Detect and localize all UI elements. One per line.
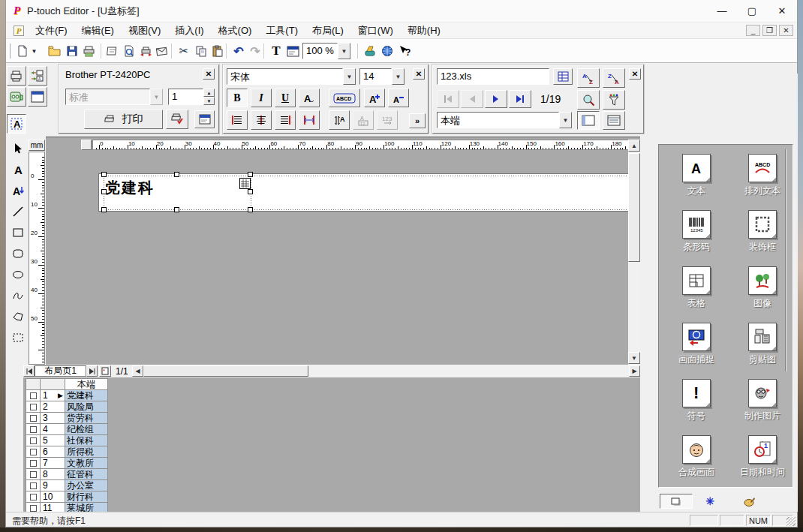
db-toolbar-close-icon[interactable]: ✕ — [629, 68, 641, 80]
tab-layout-page[interactable]: 布局页1 — [35, 365, 86, 377]
text-tool-button[interactable]: T — [267, 42, 285, 60]
font-toolbar-close-icon[interactable]: ✕ — [413, 68, 425, 80]
print-transfer-button[interactable] — [137, 42, 155, 60]
form-view-button[interactable] — [577, 111, 600, 130]
size-dropdown-arrow[interactable]: ▼ — [392, 68, 405, 85]
menu-item-1[interactable]: 编辑(E) — [77, 23, 119, 39]
align-left-button[interactable] — [227, 110, 248, 130]
mdi-restore-button[interactable]: ❐ — [762, 25, 777, 36]
next-record-button[interactable] — [485, 90, 507, 108]
copy-button[interactable] — [192, 42, 210, 60]
row-checkbox[interactable] — [30, 460, 37, 467]
font-size-combo[interactable]: 14▼ — [359, 68, 405, 85]
row-select-cell[interactable] — [26, 413, 41, 424]
menu-item-8[interactable]: 帮助(H) — [402, 23, 446, 39]
vscroll-up-arrow[interactable]: ▲ — [628, 140, 640, 152]
select-tool-button[interactable] — [8, 138, 28, 158]
table-view-button[interactable] — [603, 111, 625, 130]
window-layout-button[interactable] — [28, 87, 47, 107]
tab-scroll-left-icon[interactable] — [23, 365, 35, 377]
row-checkbox[interactable] — [30, 494, 37, 500]
row-value-cell[interactable]: 社保科 — [65, 435, 108, 446]
new-page-button[interactable]: * — [99, 365, 111, 377]
row-value-cell[interactable]: 党建科 — [65, 390, 108, 401]
dock-tab-draw[interactable] — [741, 494, 757, 509]
row-checkbox[interactable] — [30, 415, 37, 422]
mdi-minimize-button[interactable]: _ — [746, 25, 760, 36]
object-item-screen-capture[interactable]: 画面捕捉 — [668, 323, 725, 366]
row-value-cell[interactable]: 莱城所 — [65, 503, 108, 512]
row-checkbox[interactable] — [30, 404, 37, 410]
table-row[interactable]: 5社保科 — [26, 435, 108, 446]
layout-print-button[interactable] — [104, 42, 122, 60]
canvas-vscrollbar[interactable]: ▲ ▼ — [628, 140, 640, 365]
selection-handle[interactable] — [174, 172, 179, 177]
object-item-text[interactable]: A文本 — [668, 154, 725, 197]
rounded-rect-tool-button[interactable] — [8, 243, 28, 263]
object-item-arc-text[interactable]: ABCD排列文本 — [734, 154, 791, 197]
web-button[interactable] — [378, 42, 396, 60]
copies-down-arrow[interactable]: ▼ — [203, 97, 215, 105]
table-row[interactable]: 2风险局 — [26, 401, 108, 413]
row-checkbox[interactable] — [30, 437, 37, 444]
row-checkbox[interactable] — [30, 482, 37, 489]
row-value-cell[interactable]: 财行科 — [65, 491, 108, 503]
table-row[interactable]: 3货劳科 — [26, 413, 108, 424]
object-item-datetime[interactable]: 1日期和时间 — [734, 435, 791, 479]
menu-item-3[interactable]: 插入(I) — [170, 23, 209, 39]
selection-handle[interactable] — [248, 189, 253, 194]
transfer-button[interactable] — [361, 42, 379, 60]
font-combo[interactable]: 宋体▼ — [227, 68, 356, 85]
ellipse-tool-button[interactable] — [8, 264, 28, 284]
filter-button[interactable] — [603, 90, 625, 110]
canvas-hscrollbar[interactable]: ◀ ▶ — [132, 365, 640, 377]
hscroll-left-arrow[interactable]: ◀ — [132, 365, 143, 377]
selection-handle[interactable] — [248, 207, 253, 212]
print-options-button[interactable] — [166, 110, 188, 129]
copies-up-arrow[interactable]: ▲ — [203, 89, 215, 97]
row-select-cell[interactable] — [26, 424, 41, 435]
tape-strip[interactable] — [98, 173, 640, 212]
more-buttons-chevron[interactable]: » — [409, 113, 426, 128]
object-item-composite[interactable]: 合成画面 — [668, 435, 725, 479]
table-row[interactable]: 6所得税 — [26, 446, 108, 458]
merge-fields-button[interactable]: A — [28, 66, 47, 86]
row-value-cell[interactable]: 纪检组 — [65, 424, 108, 435]
table-row[interactable]: 1▶党建科 — [26, 390, 108, 401]
align-center-button[interactable] — [251, 110, 272, 130]
row-checkbox[interactable] — [30, 426, 37, 433]
row-select-cell[interactable] — [26, 480, 41, 491]
row-value-cell[interactable]: 货劳科 — [65, 413, 108, 424]
open-file-button[interactable] — [45, 42, 63, 60]
hscroll-thumb[interactable] — [143, 365, 308, 377]
text-box-tool-button[interactable]: A — [7, 114, 26, 134]
print-label-button[interactable] — [80, 42, 98, 60]
row-select-cell[interactable] — [26, 446, 41, 458]
text-frame-button[interactable]: ABCD — [329, 89, 360, 107]
line-tool-button[interactable] — [8, 201, 28, 221]
row-checkbox[interactable] — [30, 449, 37, 455]
table-row[interactable]: 8征管科 — [26, 469, 108, 480]
dock-tab-effects[interactable]: ✳ — [702, 494, 718, 509]
table-row[interactable]: 7文教所 — [26, 458, 108, 469]
selection-handle[interactable] — [174, 207, 179, 212]
print-preview-button[interactable] — [120, 42, 138, 60]
number-format-button[interactable]: 123 — [377, 110, 398, 130]
bold-button[interactable]: B — [227, 89, 248, 107]
save-button[interactable] — [63, 42, 81, 60]
print-setup-button[interactable] — [7, 66, 26, 86]
row-value-cell[interactable]: 文教所 — [65, 458, 108, 469]
label-canvas[interactable]: 0102030405060708090100110120130140150160… — [46, 137, 640, 365]
object-item-table[interactable]: 表格 — [668, 266, 725, 310]
print-button[interactable]: 打印 — [84, 110, 163, 129]
menu-item-4[interactable]: 格式(O) — [213, 23, 257, 39]
text-style-button[interactable]: A — [299, 89, 320, 107]
field-combo[interactable]: 本端▼ — [437, 112, 572, 128]
row-select-cell[interactable] — [26, 435, 41, 446]
tape-button[interactable] — [7, 87, 26, 107]
new-dropdown-arrow[interactable]: ▼ — [29, 42, 39, 60]
row-value-cell[interactable]: 办公室 — [65, 480, 108, 491]
row-select-cell[interactable] — [26, 390, 41, 401]
print-properties-button[interactable] — [194, 110, 215, 128]
decrease-size-button[interactable]: A — [388, 89, 409, 107]
